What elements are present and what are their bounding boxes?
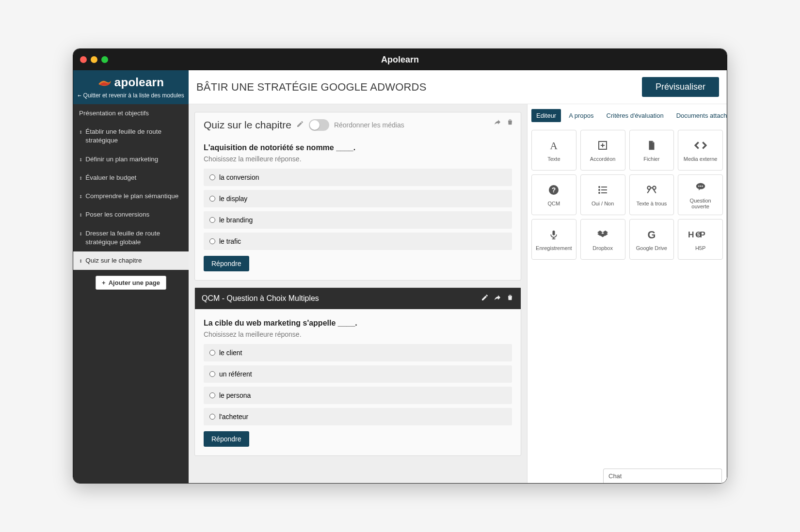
tool-label: Oui / Non xyxy=(592,201,614,206)
sidebar-item[interactable]: ↕Comprendre le plan sémantique xyxy=(73,187,189,205)
question1-option[interactable]: le trafic xyxy=(204,233,512,250)
tool-text[interactable]: ATexte xyxy=(531,130,576,171)
tool-dropbox[interactable]: Dropbox xyxy=(580,219,625,260)
editor-panel: EditeurA proposCritères d'évaluationDocu… xyxy=(527,104,727,483)
qcm-header-title: QCM - Question à Choix Multiples xyxy=(202,294,319,303)
drag-handle-icon[interactable]: ↕ xyxy=(79,192,82,200)
sidebar-item[interactable]: Présentation et objectifs xyxy=(73,104,189,123)
reorder-media-toggle[interactable] xyxy=(309,119,329,131)
tool-open-question[interactable]: Question ouverte xyxy=(678,174,723,215)
radio-icon xyxy=(209,371,215,377)
radio-icon xyxy=(209,174,215,180)
panel-tab[interactable]: Editeur xyxy=(531,109,561,122)
tool-label: Enregistrement xyxy=(536,245,572,251)
back-to-modules-link[interactable]: ← Quitter et revenir à la liste des modu… xyxy=(78,92,184,99)
sidebar-item[interactable]: ↕Poser les conversions xyxy=(73,205,189,224)
sidebar-item-label: Poser les conversions xyxy=(85,210,149,219)
chat-bar[interactable]: Chat xyxy=(603,469,722,483)
question1-option[interactable]: le display xyxy=(204,190,512,207)
tool-h5p[interactable]: H-P5H5P xyxy=(678,219,723,260)
delete-icon[interactable] xyxy=(506,118,514,128)
minimize-window-button[interactable] xyxy=(91,56,97,63)
option-label: le trafic xyxy=(219,237,241,245)
question1-answer-button[interactable]: Répondre xyxy=(204,256,249,271)
drag-handle-icon[interactable]: ↕ xyxy=(79,173,82,182)
tool-label: Texte xyxy=(547,156,560,162)
sidebar: Présentation et objectifs↕Établir une fe… xyxy=(73,104,189,483)
svg-text:?: ? xyxy=(552,186,556,194)
file-icon xyxy=(646,139,657,152)
open-question-icon xyxy=(694,180,707,194)
edit-icon[interactable] xyxy=(481,294,489,303)
panel-tab[interactable]: A propos xyxy=(564,109,598,122)
sidebar-item[interactable]: ↕Établir une feuille de route stratégiqu… xyxy=(73,123,189,150)
drag-handle-icon[interactable]: ↕ xyxy=(79,210,82,219)
sidebar-item[interactable]: ↕Quiz sur le chapitre xyxy=(73,251,189,270)
add-page-button[interactable]: + Ajouter une page xyxy=(96,276,166,290)
question2-answer-button[interactable]: Répondre xyxy=(204,431,249,447)
option-label: le persona xyxy=(219,391,251,399)
fill-blank-icon xyxy=(645,183,658,197)
tool-qcm[interactable]: ?QCM xyxy=(531,174,576,215)
panel-tab[interactable]: Documents attachés xyxy=(672,109,727,122)
question2-option[interactable]: le persona xyxy=(204,387,512,404)
svg-rect-9 xyxy=(601,189,607,190)
tool-label: Dropbox xyxy=(592,245,613,251)
drag-handle-icon[interactable]: ↕ xyxy=(79,127,82,136)
question2-option[interactable]: un référent xyxy=(204,365,512,383)
option-label: la conversion xyxy=(219,173,259,181)
tool-label: Texte à trous xyxy=(636,201,667,206)
sidebar-item[interactable]: ↕Définir un plan marketing xyxy=(73,150,189,169)
page-title: BÂTIR UNE STRATÉGIE GOOGLE ADWORDS xyxy=(196,81,427,94)
tool-label: Media externe xyxy=(684,156,718,162)
text-icon: A xyxy=(547,139,560,152)
panel-tabs: EditeurA proposCritères d'évaluationDocu… xyxy=(528,104,727,127)
tool-label: Question ouverte xyxy=(680,198,720,209)
tool-google-drive[interactable]: GGoogle Drive xyxy=(629,219,674,260)
svg-text:G: G xyxy=(647,229,656,241)
tool-yesno[interactable]: Oui / Non xyxy=(580,174,625,215)
preview-button[interactable]: Prévisualiser xyxy=(642,77,719,97)
question1-option[interactable]: le branding xyxy=(204,211,512,229)
tool-file[interactable]: Fichier xyxy=(629,130,674,171)
share-icon[interactable] xyxy=(494,294,501,303)
add-page-label: Ajouter une page xyxy=(109,279,160,286)
edit-title-icon[interactable] xyxy=(296,120,304,130)
reorder-media-label: Réordonner les médias xyxy=(334,121,404,129)
h5p-icon: H-P5 xyxy=(688,228,713,241)
yesno-icon xyxy=(597,183,608,197)
svg-point-8 xyxy=(598,189,600,191)
tool-label: Accordéon xyxy=(590,156,616,162)
tool-label: QCM xyxy=(548,201,560,206)
radio-icon xyxy=(209,392,215,398)
svg-rect-22 xyxy=(553,231,555,235)
app-window: Apolearn apolearn ← Quitter et revenir à… xyxy=(73,48,727,484)
svg-point-20 xyxy=(702,186,703,187)
tool-label: Google Drive xyxy=(636,245,667,251)
sidebar-item-label: Présentation et objectifs xyxy=(79,109,149,118)
drag-handle-icon[interactable]: ↕ xyxy=(79,155,82,163)
tool-label: H5P xyxy=(695,245,705,251)
drag-handle-icon[interactable]: ↕ xyxy=(79,256,82,265)
option-label: un référent xyxy=(219,370,252,378)
sidebar-item[interactable]: ↕Dresser la feuille de route stratégique… xyxy=(73,224,189,251)
sidebar-item-label: Dresser la feuille de route stratégique … xyxy=(85,229,183,247)
question2-option[interactable]: l'acheteur xyxy=(204,408,512,425)
question2-option[interactable]: le client xyxy=(204,344,512,361)
sidebar-item-label: Comprendre le plan sémantique xyxy=(85,192,178,201)
svg-text:A: A xyxy=(550,140,558,152)
question1-instruction: Choisissez la meilleure réponse. xyxy=(204,155,512,163)
share-icon[interactable] xyxy=(494,118,501,128)
sidebar-item[interactable]: ↕Évaluer le budget xyxy=(73,169,189,187)
delete-icon[interactable] xyxy=(506,294,514,303)
tool-recording[interactable]: Enregistrement xyxy=(531,219,576,260)
question1-option[interactable]: la conversion xyxy=(204,169,512,186)
maximize-window-button[interactable] xyxy=(101,56,108,63)
tool-accordion[interactable]: Accordéon xyxy=(580,130,625,171)
drag-handle-icon[interactable]: ↕ xyxy=(79,229,82,237)
tool-fill-blank[interactable]: Texte à trous xyxy=(629,174,674,215)
tool-external-media[interactable]: Media externe xyxy=(678,130,723,171)
close-window-button[interactable] xyxy=(80,56,87,63)
brand-header: apolearn ← Quitter et revenir à la liste… xyxy=(73,70,189,104)
panel-tab[interactable]: Critères d'évaluation xyxy=(602,109,669,122)
